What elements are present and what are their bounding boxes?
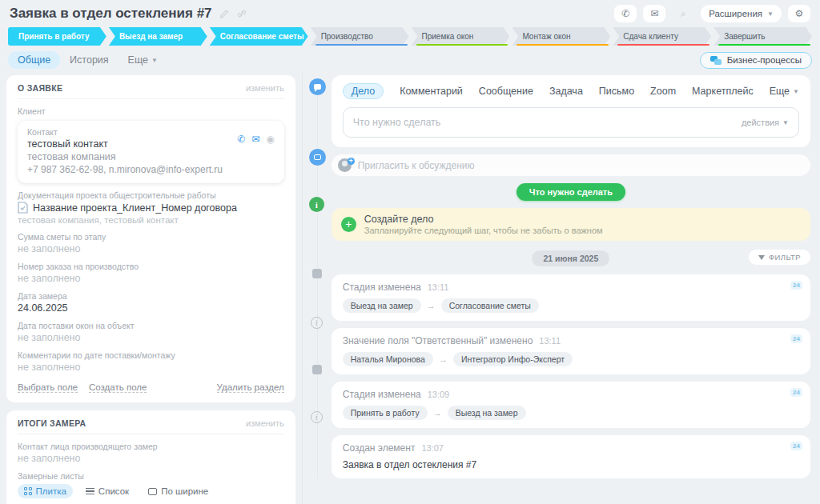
view-width-toggle[interactable]: По ширине [142,484,215,498]
measure-results-section: ИТОГИ ЗАМЕРА изменить Контакт лица произ… [6,410,295,504]
entry-body-text[interactable]: Заявка в отдел остекления #7 [343,459,799,470]
tab-history[interactable]: История [60,51,118,69]
info-change-rail-icon: i [309,317,323,329]
fit-width-icon [148,488,157,495]
info-rail-icon: i [309,197,324,212]
phone-icon[interactable]: ✆ [614,5,637,22]
contact-label: Контакт [27,127,108,137]
entry-time: 13:11 [539,336,561,346]
stage-production[interactable]: Производство [311,27,409,46]
settings-gear-icon[interactable]: ⚙ [788,5,810,22]
measure-section-title: ИТОГИ ЗАМЕРА [18,418,86,428]
field-value[interactable]: не заполнено [18,332,284,343]
details-column: О ЗАЯВКЕ изменить Клиент Контакт тестовы… [0,74,303,504]
value-from-pill: Наталья Миронова [343,352,433,366]
create-field-link[interactable]: Создать поле [89,382,147,393]
field-label: Дата поставки окон на объект [18,321,284,330]
composer-tab-message[interactable]: Сообщение [479,86,533,97]
field-value[interactable]: не заполнено [18,362,284,373]
create-deal-banner[interactable]: + Создайте дело Запланируйте следующий ш… [332,208,810,241]
business-processes-button[interactable]: Бизнес-процессы [700,52,812,69]
composer-tab-task[interactable]: Задача [549,86,583,97]
chevron-down-icon: ▼ [793,88,799,95]
measure-sheets-label: Замерные листы [18,471,284,481]
stage-from-pill: Принять в работу [343,406,428,420]
bitrix24-automation-icon[interactable]: 24 [790,334,802,343]
about-edit-link[interactable]: изменить [246,83,284,93]
chevron-down-icon: ▼ [151,57,158,64]
doc-field-value[interactable]: Название проекта_Клиент_Номер договора [33,202,237,214]
copy-link-icon[interactable] [236,8,247,19]
extensions-button[interactable]: Расширения ▼ [701,5,782,22]
todo-quick-button[interactable]: Что нужно сделать [517,183,625,201]
measurer-contact-value[interactable]: не заполнено [18,453,284,464]
stage-estimate-approval[interactable]: Согласование сметы [210,27,308,46]
actions-dropdown[interactable]: действия▼ [742,118,789,127]
tab-general[interactable]: Общие [8,51,60,69]
todo-input-wrap: действия▼ [343,107,799,138]
composer-tab-comment[interactable]: Комментарий [400,86,463,97]
field-value[interactable]: не заполнено [18,243,284,254]
activity-composer: Дело Комментарий Сообщение Задача Письмо… [332,75,810,147]
bitrix24-automation-icon[interactable]: 24 [790,388,802,397]
stage-from-pill: Выезд на замер [343,298,421,313]
filter-button[interactable]: ФИЛЬТР [749,250,810,265]
add-activity-icon[interactable]: + [341,217,356,232]
view-tile-toggle[interactable]: Плитка [18,484,73,498]
client-card[interactable]: Контакт тестовый контакт ✆ ✉ ◉ тестовая … [18,121,284,183]
stage-to-pill: Выезд на замер [448,406,526,420]
select-field-link[interactable]: Выбрать поле [18,382,78,393]
timeline-entry[interactable]: 24 Стадия изменена 13:11 Выезд на замер … [332,274,810,321]
arrow-right-icon: → [427,301,436,310]
call-contact-icon[interactable]: ✆ [237,134,245,145]
timeline-entry[interactable]: 24 Создан элемент 13:07 Заявка в отдел о… [332,435,810,478]
stage-finish[interactable]: Завершить [713,27,812,46]
search-icon[interactable]: ⌕ [672,5,694,22]
sub-nav: Общие История Еще ▼ Бизнес-процессы [0,47,820,74]
planner-title: Создайте дело [364,214,603,225]
invite-avatar-icon[interactable] [338,158,352,172]
about-section-title: О ЗАЯВКЕ [18,83,62,93]
entry-time: 13:11 [428,282,449,292]
composer-tab-marketplace[interactable]: Маркетплейс [692,86,754,97]
timeline-column: Дело Комментарий Сообщение Задача Письмо… [303,74,820,478]
entry-title: Создан элемент [343,442,416,454]
measure-edit-link[interactable]: изменить [246,418,284,428]
bitrix24-automation-icon[interactable]: 24 [790,442,802,450]
contact-name[interactable]: тестовый контакт [27,138,108,150]
chevron-down-icon: ▼ [767,10,774,18]
contact-details[interactable]: +7 987 362-62-98, n.mironova@info-expert… [27,164,275,175]
field-label: Дата замера [18,291,284,301]
bitrix24-automation-icon[interactable]: 24 [790,281,802,290]
composer-tab-zoom[interactable]: Zoom [650,86,676,97]
edit-title-icon[interactable] [219,8,230,19]
delete-section-link[interactable]: Удалить раздел [217,382,284,393]
email-contact-icon[interactable]: ✉ [251,134,259,145]
composer-tab-more[interactable]: Еще▼ [770,86,799,97]
stage-change-rail-icon [309,269,322,278]
stage-windows-install[interactable]: Монтаж окон [512,27,610,46]
company-name[interactable]: тестовая компания [27,151,275,162]
todo-input[interactable] [353,117,742,128]
date-separator: 21 июня 2025 [532,250,609,266]
field-value[interactable]: 24.06.2025 [18,302,284,314]
document-icon [18,202,28,214]
chevron-down-icon: ▼ [782,119,789,126]
timeline-entry[interactable]: 24 Стадия изменена 13:09 Принять в работ… [332,382,810,428]
funnel-icon [758,255,765,260]
field-value[interactable]: не заполнено [18,273,284,284]
tab-more[interactable]: Еще ▼ [119,51,167,69]
invite-input[interactable] [358,160,804,171]
stage-client-handover[interactable]: Сдача клиенту [613,27,711,46]
stage-windows-acceptance[interactable]: Приемка окон [412,27,510,46]
chat-contact-icon[interactable]: ◉ [266,134,274,145]
view-list-toggle[interactable]: Список [79,484,135,498]
stage-measure-visit[interactable]: Выезд на замер [109,27,207,46]
planner-subtitle: Запланируйте следующий шаг, чтобы не заб… [364,226,603,235]
timeline-entry[interactable]: 24 Значение поля "Ответственный" изменен… [332,328,810,374]
stage-accept[interactable]: Принять в работу [8,27,107,46]
composer-tab-deal[interactable]: Дело [343,83,384,99]
composer-tab-letter[interactable]: Письмо [599,86,634,97]
invite-bar [332,154,810,176]
mail-icon[interactable]: ✉ [643,5,665,22]
